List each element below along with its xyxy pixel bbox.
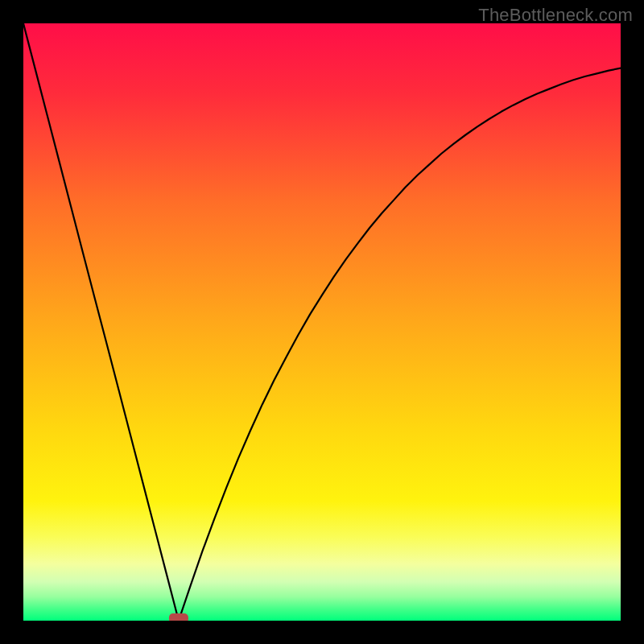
minimum-marker: [169, 613, 188, 621]
bottleneck-curve: [23, 23, 621, 621]
curve-layer: [23, 23, 621, 621]
chart-frame: TheBottleneck.com: [0, 0, 644, 644]
plot-area: [23, 23, 621, 621]
